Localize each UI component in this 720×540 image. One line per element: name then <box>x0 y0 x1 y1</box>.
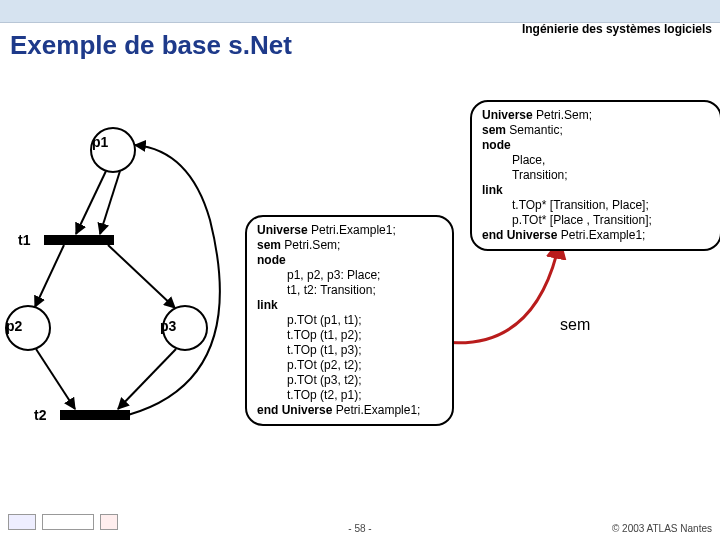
label-p1: p1 <box>92 134 108 150</box>
header-subject: Ingénierie des systèmes logiciels <box>522 22 712 36</box>
footer-logos <box>8 514 118 530</box>
svg-line-4 <box>36 349 75 409</box>
label-p3: p3 <box>160 318 176 334</box>
svg-line-1 <box>100 171 120 234</box>
footer: - 58 - © 2003 ATLAS Nantes <box>0 514 720 534</box>
logo-inria <box>42 514 94 530</box>
svg-line-0 <box>76 171 106 234</box>
label-t2: t2 <box>34 407 46 423</box>
transition-t1 <box>44 235 114 245</box>
sem-arrow-label: sem <box>560 316 590 334</box>
top-bar <box>0 0 720 23</box>
code-example-box: Universe Petri.Example1; sem Petri.Sem; … <box>245 215 454 426</box>
logo-edf <box>8 514 36 530</box>
label-t1: t1 <box>18 232 30 248</box>
page-number: - 58 - <box>348 523 371 534</box>
svg-line-5 <box>118 349 176 409</box>
slide-title: Exemple de base s.Net <box>10 30 292 61</box>
label-p2: p2 <box>6 318 22 334</box>
transition-t2 <box>60 410 130 420</box>
copyright: © 2003 ATLAS Nantes <box>612 523 712 534</box>
svg-line-3 <box>108 245 175 308</box>
logo-cea <box>100 514 118 530</box>
code-sem-box: Universe Petri.Sem; sem Semantic; node P… <box>470 100 720 251</box>
svg-line-2 <box>35 245 64 307</box>
